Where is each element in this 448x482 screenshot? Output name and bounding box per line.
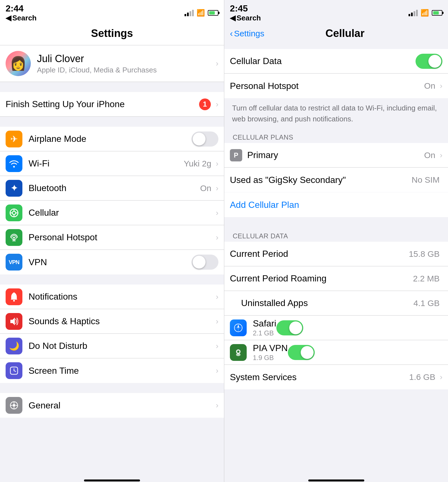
cellular-data-toggle-thumb (428, 55, 441, 68)
piavpn-label: PIA VPN (253, 343, 288, 353)
dnd-row[interactable]: 🌙 Do Not Disturb › (0, 334, 224, 358)
notifications-chevron-icon: › (216, 292, 218, 301)
safari-row[interactable]: Safari 2.1 GB (224, 316, 448, 340)
airplane-toggle-thumb (193, 133, 206, 145)
piavpn-row[interactable]: PIA VPN 1.9 GB (224, 340, 448, 365)
profile-sub: Apple ID, iCloud, Media & Purchases (37, 66, 214, 74)
wifi-chevron-icon: › (216, 159, 218, 168)
profile-row[interactable]: 👩 Juli Clover Apple ID, iCloud, Media & … (0, 45, 224, 82)
primary-row[interactable]: P Primary On › (224, 143, 448, 168)
vpn-label: VPN (29, 257, 192, 267)
personal-hotspot-value: On (424, 81, 435, 91)
primary-value: On (424, 151, 435, 160)
wifi-row[interactable]: Wi-Fi Yuki 2g › (0, 151, 224, 176)
vpn-toggle[interactable] (192, 255, 218, 270)
system-services-value: 1.6 GB (409, 372, 435, 382)
vpn-icon: VPN (6, 254, 22, 271)
svg-point-1 (12, 211, 16, 215)
cellular-row[interactable]: Cellular › (0, 201, 224, 225)
safari-toggle-thumb (289, 321, 302, 334)
piavpn-text: PIA VPN 1.9 GB (253, 343, 288, 362)
primary-plan-icon: P (230, 149, 242, 161)
svg-marker-11 (10, 318, 15, 325)
current-period-row: Current Period 15.8 GB (224, 242, 448, 266)
wifi-value: Yuki 2g (184, 159, 211, 168)
page-title-settings: Settings (6, 26, 218, 41)
wifi-label: Wi-Fi (29, 158, 184, 169)
home-bar-right (308, 479, 364, 481)
back-button-cellular[interactable]: ‹ Settings (230, 28, 264, 39)
bluetooth-label: Bluetooth (29, 183, 200, 193)
svg-point-27 (237, 351, 239, 353)
sounds-icon (6, 313, 22, 330)
section-gap-3 (0, 274, 224, 285)
cellular-label: Cellular (29, 208, 214, 218)
safari-sub: 2.1 GB (253, 329, 276, 337)
status-bar-right: 2:45 ◀ Search 📶 (224, 0, 448, 23)
add-cellular-row[interactable]: Add Cellular Plan (224, 192, 448, 217)
home-indicator-left (0, 476, 224, 482)
vpn-row[interactable]: VPN VPN (0, 250, 224, 274)
finish-setup-row[interactable]: Finish Setting Up Your iPhone 1 › (0, 92, 224, 117)
airplane-icon: ✈ (6, 131, 22, 147)
piavpn-toggle[interactable] (288, 345, 315, 360)
status-icons-right: 📶 (409, 9, 442, 17)
general-row[interactable]: General › (0, 393, 224, 418)
section-gap-2 (0, 117, 224, 127)
airplane-toggle[interactable] (192, 131, 218, 147)
screentime-icon (6, 362, 22, 379)
safari-toggle[interactable] (276, 320, 303, 335)
uninstalled-row: Uninstalled Apps 4.1 GB (224, 291, 448, 316)
screentime-row[interactable]: Screen Time › (0, 358, 224, 383)
safari-icon (230, 319, 247, 336)
bluetooth-chevron-icon: › (216, 184, 218, 193)
cellular-description: Turn off cellular data to restrict all d… (224, 98, 448, 130)
vpn-toggle-thumb (193, 256, 206, 269)
bluetooth-value: On (200, 184, 211, 193)
profile-text: Juli Clover Apple ID, iCloud, Media & Pu… (37, 53, 214, 74)
gigsky-value: No SIM (412, 175, 440, 185)
time-left: 2:44 (6, 3, 37, 14)
dnd-icon: 🌙 (6, 338, 22, 354)
bluetooth-row[interactable]: ✦ Bluetooth On › (0, 176, 224, 201)
battery-fill (209, 11, 215, 15)
piavpn-toggle-thumb (301, 346, 314, 359)
svg-point-28 (236, 353, 241, 356)
section-gap-4 (0, 383, 224, 393)
cellular-data-row[interactable]: Cellular Data (224, 49, 448, 74)
primary-label: Primary (247, 150, 424, 160)
cellular-data-group: Cellular Data Personal Hotspot On › (224, 49, 448, 98)
sounds-row[interactable]: Sounds & Haptics › (0, 309, 224, 334)
back-label-left: Search (12, 14, 37, 22)
add-cellular-label: Add Cellular Plan (230, 200, 299, 210)
profile-group: 👩 Juli Clover Apple ID, iCloud, Media & … (0, 45, 224, 82)
piavpn-sub: 1.9 GB (253, 354, 288, 362)
finish-setup-badge: 1 (199, 98, 211, 110)
gigsky-label: Used as "GigSky Secondary" (230, 175, 412, 185)
personal-hotspot-row[interactable]: Personal Hotspot On › (224, 74, 448, 98)
gigsky-row[interactable]: Used as "GigSky Secondary" No SIM (224, 168, 448, 192)
notifications-row[interactable]: Notifications › (0, 285, 224, 309)
status-bar-left: 2:44 ◀ Search 📶 (0, 0, 224, 23)
chevron-left-icon-right: ◀ (230, 14, 235, 22)
screentime-label: Screen Time (29, 366, 214, 376)
cellular-data-section-header: CELLULAR DATA (224, 228, 448, 242)
finish-setup-label: Finish Setting Up Your iPhone (6, 99, 199, 109)
signal-icon (185, 10, 194, 16)
back-search-right[interactable]: ◀ Search (230, 14, 261, 22)
hotspot-row[interactable]: Personal Hotspot › (0, 225, 224, 250)
dnd-chevron-icon: › (216, 342, 218, 351)
profile-chevron-icon: › (216, 59, 218, 68)
back-search-left[interactable]: ◀ Search (6, 14, 37, 22)
current-roaming-value: 2.2 MB (413, 274, 440, 283)
current-period-value: 15.8 GB (409, 249, 440, 259)
nav-bar-settings: Settings (0, 23, 224, 45)
cellular-data-toggle[interactable] (416, 54, 442, 69)
settings-panel: 2:44 ◀ Search 📶 Settings 👩 Juli (0, 0, 224, 482)
battery-fill-right (433, 11, 439, 15)
home-indicator-right (224, 476, 448, 482)
add-cellular-group: Add Cellular Plan (224, 192, 448, 217)
svg-point-16 (13, 404, 15, 407)
system-services-row[interactable]: System Services 1.6 GB › (224, 365, 448, 389)
airplane-row[interactable]: ✈ Airplane Mode (0, 127, 224, 151)
